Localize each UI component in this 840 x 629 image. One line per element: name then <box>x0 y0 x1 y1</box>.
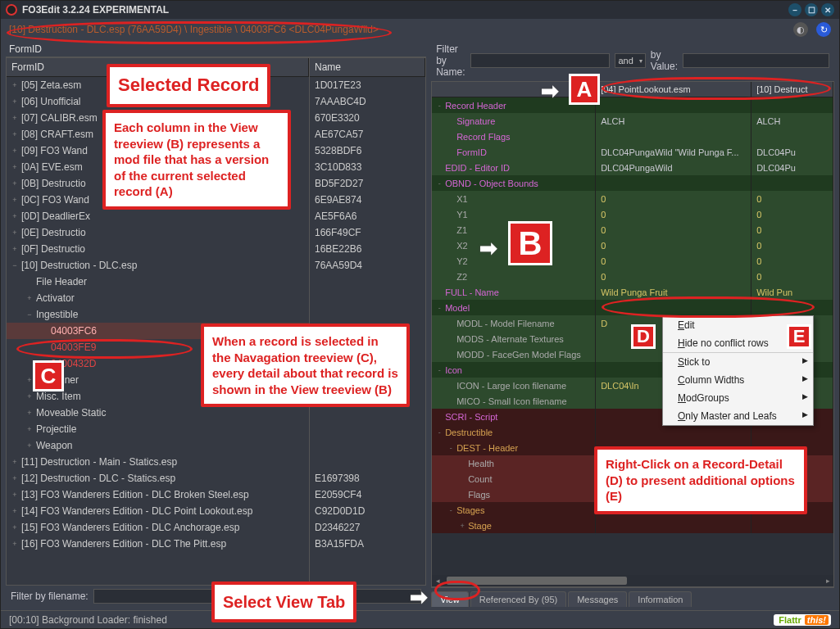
nav-tree-name-cell[interactable]: 166F49CF <box>310 224 425 241</box>
nav-tree-name-cell[interactable] <box>310 437 425 454</box>
nav-tree-name-cell[interactable] <box>310 388 425 405</box>
nav-tree-name-cell[interactable]: 1D017E23 <box>310 77 425 93</box>
nav-tree-row[interactable]: +[15] FO3 Wanderers Edition - DLC Anchor… <box>7 519 309 536</box>
nav-tree-name-cell[interactable]: E1697398 <box>310 470 425 486</box>
nav-tree-row[interactable]: +[0D] DeadlierEx <box>7 208 309 224</box>
history-back-button[interactable]: ◐ <box>793 22 808 37</box>
maximize-button[interactable]: ☐ <box>805 3 818 16</box>
nav-tree-row[interactable]: +Moveable Static <box>7 405 309 421</box>
nav-tree-name-cell[interactable]: 5328BDF6 <box>310 143 425 159</box>
nav-tree-name-cell[interactable] <box>310 290 425 306</box>
tab-messages[interactable]: Messages <box>568 591 627 607</box>
nav-tree-name-cell[interactable]: 7AAABC4D <box>310 93 425 110</box>
view-row[interactable]: Health <box>432 455 833 471</box>
nav-tree-row[interactable]: +[05] Zeta.esm <box>7 77 309 93</box>
tab-information[interactable]: Information <box>629 591 692 607</box>
filename-filter-input[interactable] <box>93 589 421 604</box>
nav-tree-row[interactable]: 04003FC6 <box>7 323 309 339</box>
context-menu[interactable]: EditHide no conflict rowsStick to▶Column… <box>662 315 814 426</box>
nav-tree-name-cell[interactable]: AE67CA57 <box>310 126 425 143</box>
view-row[interactable]: -Stages <box>432 502 833 518</box>
nav-tree-row[interactable]: −[10] Destruction - DLC.esp <box>7 257 309 274</box>
flattr-button[interactable]: Flattr this! <box>774 614 831 626</box>
nav-tree-row[interactable]: File Header <box>7 274 309 290</box>
view-row[interactable]: Y200 <box>432 253 833 269</box>
nav-tree-name-cell[interactable]: C92D0D1D <box>310 503 425 519</box>
view-row[interactable]: -DEST - Header <box>432 440 833 455</box>
view-row[interactable]: EDID - Editor IDDLC04PungaWildDLC04Pu <box>432 160 833 175</box>
view-horizontal-scrollbar[interactable]: ◂▸ <box>432 575 833 586</box>
view-row[interactable]: Count <box>432 471 833 486</box>
nav-tree-row[interactable]: +[07] CALIBR.esm <box>7 110 309 126</box>
context-menu-item[interactable]: Only Master and Leafs▶ <box>663 407 813 425</box>
nav-tree-name-cell[interactable]: 16BE22B6 <box>310 241 425 257</box>
nav-tree-row[interactable]: +[0E] Destructio <box>7 224 309 241</box>
view-row[interactable]: Z200 <box>432 269 833 284</box>
nav-tree-name-cell[interactable]: 670E3320 <box>310 110 425 126</box>
nav-tree-row[interactable]: +Projectile <box>7 421 309 437</box>
nav-tree-name-cell[interactable] <box>310 372 425 388</box>
view-col-mod-b[interactable]: [10] Destruct <box>751 82 833 97</box>
nav-tree-row[interactable]: 0400432D <box>7 355 309 372</box>
nav-tree-row[interactable]: +Activator <box>7 290 309 306</box>
close-button[interactable]: ✕ <box>821 3 834 16</box>
view-col-blank[interactable] <box>432 82 596 97</box>
nav-tree-row[interactable]: +[12] Destruction - DLC - Statics.esp <box>7 470 309 486</box>
nav-tree-row[interactable]: +[0A] EVE.esm <box>7 159 309 175</box>
view-row[interactable]: Flags <box>432 486 833 502</box>
view-row[interactable]: -Destructible <box>432 424 833 440</box>
nav-tree-name-cell[interactable]: 76AA59D4 <box>310 257 425 274</box>
nav-tree-name-cell[interactable]: B3A15FDA <box>310 536 425 552</box>
minimize-button[interactable]: – <box>788 3 801 16</box>
nav-tree-row[interactable]: +[0C] FO3 Wand <box>7 192 309 208</box>
context-menu-item[interactable]: Hide no conflict rows <box>663 334 813 353</box>
nav-tree-name-cell[interactable]: AE5F6A6 <box>310 208 425 224</box>
view-row[interactable]: Record Flags <box>432 129 833 144</box>
nav-tree-name-cell[interactable]: E2059CF4 <box>310 486 425 503</box>
view-row[interactable]: FULL - NameWild Punga FruitWild Pun <box>432 284 833 300</box>
view-row[interactable]: -Record Header <box>432 97 833 113</box>
context-menu-item[interactable]: Stick to▶ <box>663 353 813 371</box>
nav-tree-name-cell[interactable]: 3C10D833 <box>310 159 425 175</box>
nav-tree-row[interactable]: 04003FE9 <box>7 339 309 355</box>
nav-tree-name-cell[interactable] <box>310 323 425 339</box>
view-row[interactable]: -Model <box>432 300 833 315</box>
nav-tree-name-cell[interactable] <box>310 405 425 421</box>
view-row[interactable]: SignatureALCHALCH <box>432 113 833 129</box>
nav-tree-row[interactable]: +Misc. Item <box>7 388 309 405</box>
nav-tree-name-cell[interactable]: D2346227 <box>310 519 425 536</box>
nav-tree-name-cell[interactable] <box>310 274 425 290</box>
tab-referenced-by-[interactable]: Referenced By (95) <box>470 591 566 607</box>
view-row[interactable]: Y100 <box>432 206 833 222</box>
nav-tree-row[interactable]: +[13] FO3 Wanderers Edition - DLC Broken… <box>7 486 309 503</box>
view-row[interactable]: -OBND - Object Bounds <box>432 175 833 191</box>
col-formid-header[interactable]: FormID <box>7 58 309 76</box>
nav-tree-row[interactable]: +[08] CRAFT.esm <box>7 126 309 143</box>
view-row[interactable]: X200 <box>432 238 833 253</box>
nav-tree-row[interactable]: +[09] FO3 Wand <box>7 143 309 159</box>
nav-tree-row[interactable]: −Ingestible <box>7 306 309 323</box>
history-forward-button[interactable]: ↻ <box>816 22 831 37</box>
filter-name-input[interactable] <box>470 53 610 68</box>
nav-tree-name-cell[interactable]: BD5F2D27 <box>310 175 425 192</box>
nav-tree-row[interactable]: +[16] FO3 Wanderers Edition - DLC The Pi… <box>7 536 309 552</box>
nav-tree-name-cell[interactable] <box>310 339 425 355</box>
context-menu-item[interactable]: Edit <box>663 316 813 334</box>
nav-tree-row[interactable]: +[0B] Destructio <box>7 175 309 192</box>
navigation-tree[interactable]: FormID +[05] Zeta.esm+[06] Unofficial+[0… <box>6 57 426 586</box>
view-col-mod-a[interactable]: [04] PointLookout.esm <box>596 82 751 97</box>
tab-view[interactable]: View <box>431 591 469 607</box>
filter-operator-dropdown[interactable]: and <box>615 53 646 68</box>
nav-tree-row[interactable]: +[11] Destruction - Main - Statics.esp <box>7 454 309 470</box>
nav-tree-name-cell[interactable]: 6E9AE874 <box>310 192 425 208</box>
nav-tree-name-cell[interactable] <box>310 306 425 323</box>
col-name-header[interactable]: Name <box>310 58 425 76</box>
by-value-input[interactable] <box>683 53 829 68</box>
view-row[interactable]: FormIDDLC04PungaWild "Wild Punga F...DLC… <box>432 144 833 160</box>
view-row[interactable]: X100 <box>432 191 833 206</box>
nav-tree-row[interactable]: +Weapon <box>7 437 309 454</box>
nav-tree-name-cell[interactable] <box>310 355 425 372</box>
nav-tree-name-cell[interactable] <box>310 454 425 470</box>
nav-tree-row[interactable]: +Container <box>7 372 309 388</box>
nav-tree-row[interactable]: +[0F] Destructio <box>7 241 309 257</box>
